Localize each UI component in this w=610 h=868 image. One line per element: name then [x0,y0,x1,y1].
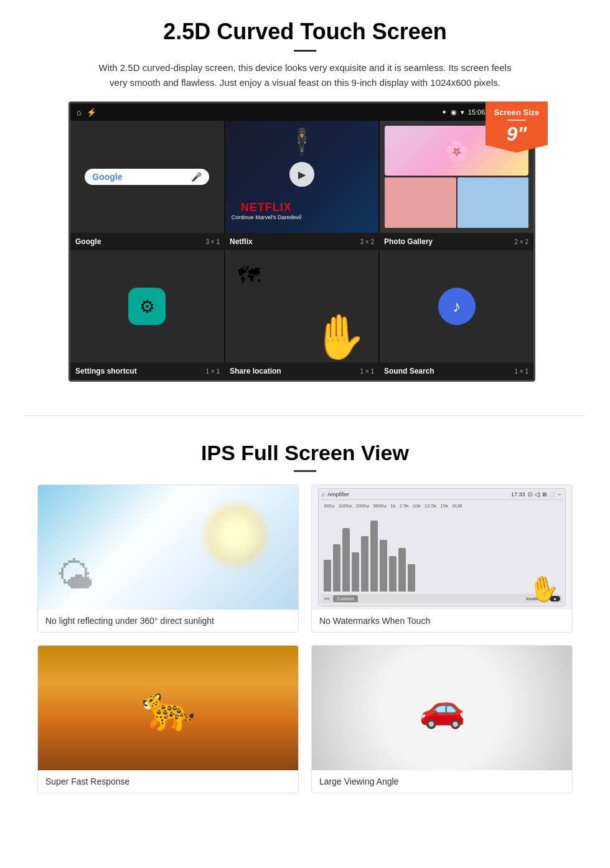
app-grid-bottom: ⚙ 🗺 🤚 ♪ [70,250,533,362]
amp-bar-4 [352,552,359,592]
title-divider [294,50,316,52]
netflix-label: Netflix [230,237,253,246]
wifi-icon: ▾ [461,108,464,116]
amp-icons: ⊡ ◁) ⊠ ⬜ ← [528,491,563,498]
section1-title: 2.5D Curved Touch Screen [37,19,573,45]
google-cell[interactable]: Google 🎤 [70,121,224,233]
google-label: Google [75,237,101,246]
watermarks-caption: No Watermarks When Touch [312,610,572,632]
settings-label-row: Settings shortcut 1 × 1 [70,362,225,380]
feature-watermarks: ⌂ Amplifier 17:33 ⊡ ◁) ⊠ ⬜ ← 60hz100hz20… [311,484,573,633]
netflix-play-button[interactable]: ▶ [289,162,314,187]
google-size: 3 × 1 [205,238,220,245]
section2-title: IPS Full Screen View [37,441,573,465]
screen-size-badge: Screen Size 9" [486,101,548,153]
google-maps-icon: 🗺 [238,263,260,289]
netflix-logo: NETFLIX [232,201,301,214]
car-icon: 🚗 [419,686,466,730]
photogallery-label-row: Photo Gallery 2 × 2 [379,233,533,250]
label-row-2: Settings shortcut 1 × 1 Share location 1… [70,362,533,380]
settings-label: Settings shortcut [75,367,137,375]
badge-size: 9" [490,123,543,145]
amp-bar-1 [324,560,331,592]
section2-divider [294,470,316,472]
location-icon: ◉ [451,108,457,116]
amp-bar-8 [389,556,396,592]
cheetah-caption: Super Fast Response [38,770,298,793]
sunlight-image: 🌤 [38,485,298,610]
flower-icon: 🌸 [445,140,468,162]
amp-bar-10 [408,564,415,592]
feature-grid: 🌤 No light reflecting under 360° direct … [37,484,573,793]
cheetah-image: 🐆 [38,646,298,770]
photo-thumb-1 [385,177,456,228]
amp-bar-9 [398,548,406,592]
status-bar: ⌂ ⚡ ✦ ◉ ▾ 15:06 ⊡ ◁) ⊠ ⬜ [70,103,533,121]
badge-divider [507,120,526,121]
soundsearch-size: 1 × 1 [514,368,528,375]
cheetah-icon: 🐆 [141,682,195,734]
usb-icon: ⚡ [87,108,96,117]
section-curved-screen: 2.5D Curved Touch Screen With 2.5D curve… [0,0,610,397]
sound-search-cell[interactable]: ♪ [380,250,533,362]
feature-cheetah: 🐆 Super Fast Response [37,645,299,793]
section-ips: IPS Full Screen View 🌤 No light reflecti… [0,435,610,812]
sharelocation-label-row: Share location 1 × 1 [225,362,379,380]
status-time: 15:06 [468,108,486,116]
amp-nav-left: «» [324,596,329,601]
netflix-overlay: NETFLIX Continue Marvel's Daredevil [232,201,301,220]
device-mockup: Screen Size 9" ⌂ ⚡ ✦ ◉ ▾ 15:06 ⊡ ◁) ⊠ [68,101,542,382]
settings-cell[interactable]: ⚙ [70,250,224,362]
settings-size: 1 × 1 [205,368,220,375]
home-small-icon: ⌂ [321,491,324,498]
car-caption: Large Viewing Angle [312,770,572,793]
google-label-row: Google 3 × 1 [70,233,225,250]
netflix-subtitle: Continue Marvel's Daredevil [232,214,301,220]
photo-thumb-2 [458,177,528,228]
amp-bar-7 [380,540,387,592]
photogallery-label: Photo Gallery [384,237,433,246]
amp-bar-5 [361,536,368,592]
sound-search-icon: ♪ [438,288,476,325]
car-image: 🚗 [312,646,572,770]
sunlight-caption: No light reflecting under 360° direct su… [38,610,298,632]
feature-sunlight: 🌤 No light reflecting under 360° direct … [37,484,299,633]
bluetooth-icon: ✦ [441,108,447,116]
home-icon: ⌂ [77,108,82,117]
amp-bars [321,510,562,594]
share-location-cell[interactable]: 🗺 🤚 [225,250,379,362]
photogallery-size: 2 × 2 [514,238,528,245]
amp-bar-2 [333,544,340,592]
amplifier-image: ⌂ Amplifier 17:33 ⊡ ◁) ⊠ ⬜ ← 60hz100hz20… [312,485,572,610]
amp-header: ⌂ Amplifier 17:33 ⊡ ◁) ⊠ ⬜ ← [321,491,562,500]
google-search-bar[interactable]: Google 🎤 [85,169,209,185]
section-divider [25,415,585,416]
amp-frequencies: 60hz100hz200hz500hz1k2.5k10k12.5k15kSUB [321,502,562,510]
device-screen: ⌂ ⚡ ✦ ◉ ▾ 15:06 ⊡ ◁) ⊠ ⬜ [68,101,535,382]
mic-icon: 🎤 [191,172,202,182]
sharelocation-label: Share location [230,367,281,375]
sharelocation-size: 1 × 1 [360,368,374,375]
badge-title: Screen Size [490,108,543,117]
feature-car: 🚗 Large Viewing Angle [311,645,573,793]
hand-pointer-icon: 🤚 [312,311,366,362]
netflix-label-row: Netflix 3 × 2 [225,233,379,250]
section1-description: With 2.5D curved-display screen, this de… [93,60,517,90]
amp-time: 17:33 [511,491,525,498]
amp-footer: «» Custom loudness ● [321,594,562,603]
amp-hand-icon: ✋ [526,572,561,606]
amp-bar-3 [342,528,350,592]
netflix-size: 3 × 2 [360,238,374,245]
amp-custom-label: Custom [333,595,358,602]
app-grid-top: Google 🎤 🕴 ▶ NETFLIX Continue Marvel's D… [70,121,533,233]
amp-bar-6 [370,521,378,592]
netflix-cell[interactable]: 🕴 ▶ NETFLIX Continue Marvel's Daredevil [225,121,379,233]
amp-title: Amplifier [327,491,349,498]
sun-rays [199,498,273,572]
google-logo: Google [92,172,122,182]
netflix-character: 🕴 [286,127,317,156]
settings-icon: ⚙ [128,288,166,325]
label-row-1: Google 3 × 1 Netflix 3 × 2 Photo Gallery… [70,233,533,250]
soundsearch-label-row: Sound Search 1 × 1 [379,362,533,380]
status-left: ⌂ ⚡ [77,108,96,117]
